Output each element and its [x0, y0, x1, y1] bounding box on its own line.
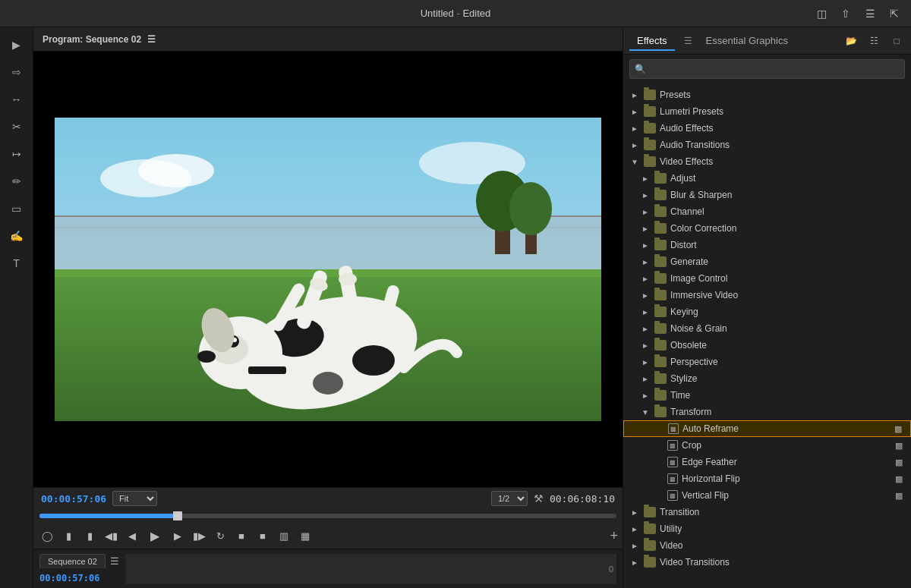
tree-item-stylize[interactable]: ► Stylize [623, 370, 911, 387]
add-button[interactable]: + [610, 528, 618, 544]
tree-item-perspective[interactable]: ► Perspective [623, 354, 911, 370]
chevron-right-icon: ► [629, 507, 640, 517]
fit-select[interactable]: Fit25%50%100% [112, 491, 157, 506]
tree-item-noise-grain[interactable]: ► Noise & Grain [623, 320, 911, 337]
tab-effects[interactable]: Effects [629, 32, 675, 51]
loop-button[interactable]: ↻ [211, 527, 229, 545]
tree-item-immersive-video[interactable]: ► Immersive Video [623, 287, 911, 303]
noise-grain-label: Noise & Grain [670, 323, 905, 334]
tree-item-time[interactable]: ► Time [623, 387, 911, 404]
fullscreen-icon[interactable]: ⇱ [887, 6, 902, 21]
multi-camera-button[interactable]: ▦ [296, 527, 314, 545]
tree-item-channel[interactable]: ► Channel [623, 203, 911, 220]
trim-in-button[interactable]: ■ [232, 527, 251, 545]
tree-item-adjust[interactable]: ► Adjust [623, 170, 911, 187]
effect-file-icon: ▩ [668, 423, 679, 434]
slip-tool[interactable]: ↦ [5, 143, 28, 165]
folder-icon [644, 156, 656, 167]
mark-out-button[interactable]: ▮ [59, 527, 77, 545]
type-tool[interactable]: T [5, 252, 28, 275]
tree-item-transition[interactable]: ► Transition [623, 504, 911, 520]
tab-essential-graphics[interactable]: Essential Graphics [698, 32, 796, 51]
rect-tool[interactable]: ▭ [5, 197, 28, 220]
tree-item-distort[interactable]: ► Distort [623, 237, 911, 253]
scrubber-handle[interactable] [173, 511, 182, 520]
forward-tool[interactable]: ⇨ [5, 61, 28, 83]
mark-in-button[interactable]: ◯ [38, 527, 56, 545]
tree-item-audio-transitions[interactable]: ► Audio Transitions [623, 137, 911, 153]
time-label: Time [670, 390, 905, 401]
pen-tool[interactable]: ✏ [5, 170, 28, 193]
wrench-icon[interactable]: ⚒ [534, 492, 544, 505]
chevron-right-icon: ► [640, 273, 651, 284]
tree-item-blur-sharpen[interactable]: ► Blur & Sharpen [623, 187, 911, 203]
effects-panel: Effects ☰ Essential Graphics 📂 ☷ □ 🔍 ► P… [623, 27, 911, 588]
chevron-right-icon: ► [629, 106, 640, 117]
tree-item-color-correction[interactable]: ► Color Correction [623, 220, 911, 237]
accelerate-badge-icon: ▩ [893, 489, 905, 502]
program-monitor: Program: Sequence 02 ☰ [33, 27, 623, 549]
tree-item-transform[interactable]: ▼ Transform [623, 404, 911, 420]
timeline-sequence-area[interactable]: 0 [125, 554, 616, 584]
tree-item-audio-effects[interactable]: ► Audio Effects [623, 120, 911, 137]
tree-item-generate[interactable]: ► Generate [623, 253, 911, 270]
camera-button[interactable]: ▥ [275, 527, 293, 545]
chevron-right-icon: ► [640, 323, 651, 334]
tree-item-vertical-flip[interactable]: ▩ Vertical Flip ▩ [623, 487, 911, 504]
quality-select[interactable]: Full1/21/4 [491, 491, 528, 506]
vertical-flip-label: Vertical Flip [682, 490, 893, 501]
effect-file-icon: ▩ [667, 440, 678, 451]
panel-icon-group: 📂 ☷ □ [843, 33, 905, 49]
ripple-tool[interactable]: ↔ [5, 88, 28, 111]
monitor-menu-icon[interactable]: ☰ [147, 34, 156, 45]
step-back-button[interactable]: ◀ [123, 527, 141, 545]
scrubber-row[interactable] [33, 509, 623, 523]
tree-item-video-effects[interactable]: ▼ Video Effects [623, 153, 911, 170]
panel-tabs: Effects ☰ Essential Graphics 📂 ☷ □ [623, 27, 911, 55]
hand-tool[interactable]: ✍ [5, 225, 28, 247]
play-button[interactable]: ▶ [144, 525, 165, 546]
scrubber-track[interactable] [39, 514, 616, 518]
trim-out-button[interactable]: ■ [254, 527, 272, 545]
sequence-tab[interactable]: Sequence 02 [39, 554, 106, 568]
chevron-right-icon: ► [640, 240, 651, 250]
tree-item-image-control[interactable]: ► Image Control [623, 270, 911, 287]
tree-item-keying[interactable]: ► Keying [623, 303, 911, 320]
timeline-menu-icon[interactable]: ☰ [110, 555, 119, 567]
tree-item-crop[interactable]: ▩ Crop ▩ [623, 437, 911, 454]
tree-item-auto-reframe[interactable]: ▩ Auto Reframe ▩ [623, 420, 911, 437]
tree-item-obsolete[interactable]: ► Obsolete [623, 337, 911, 354]
export-icon[interactable]: ⇧ [838, 6, 853, 21]
folder-icon [654, 357, 667, 367]
tree-item-video[interactable]: ► Video [623, 537, 911, 554]
search-input[interactable] [649, 64, 900, 74]
go-to-out-button[interactable]: ▮▶ [190, 527, 208, 545]
go-to-in-button[interactable]: ◀▮ [102, 527, 120, 545]
presets-label: Presets [660, 90, 905, 100]
obsolete-label: Obsolete [670, 340, 905, 351]
tree-item-edge-feather[interactable]: ▩ Edge Feather ▩ [623, 454, 911, 470]
effects-tab-menu[interactable]: ☰ [684, 36, 692, 46]
workspace-icon[interactable]: ◫ [814, 6, 829, 21]
title-bar: Untitled - Edited ◫ ⇧ ☰ ⇱ [0, 0, 911, 27]
tree-item-presets[interactable]: ► Presets [623, 86, 911, 103]
new-folder-icon[interactable]: 📂 [843, 33, 859, 49]
step-forward-button[interactable]: ▶ [169, 527, 187, 545]
accelerate-badge-icon: ▩ [893, 473, 905, 485]
settings-icon[interactable]: ☰ [862, 6, 878, 21]
folder-icon [644, 507, 656, 517]
razor-tool[interactable]: ✂ [5, 115, 28, 138]
tree-item-horizontal-flip[interactable]: ▩ Horizontal Flip ▩ [623, 470, 911, 487]
mark-clip-button[interactable]: ▮ [80, 527, 99, 545]
chevron-right-icon: ► [640, 390, 651, 401]
tree-item-lumetri-presets[interactable]: ► Lumetri Presets [623, 103, 911, 120]
select-tool[interactable]: ▶ [5, 33, 28, 56]
tree-item-video-transitions[interactable]: ► Video Transitions [623, 554, 911, 571]
stylize-label: Stylize [670, 373, 905, 384]
chevron-right-icon: ► [629, 557, 640, 568]
left-toolbar: ▶ ⇨ ↔ ✂ ↦ ✏ ▭ ✍ T [0, 27, 33, 588]
tree-item-utility[interactable]: ► Utility [623, 520, 911, 537]
playback-controls: ◯ ▮ ▮ ◀▮ ◀ ▶ ▶ ▮▶ ↻ ■ ■ ▥ ▦ + [33, 523, 623, 549]
accelerate-icon[interactable]: □ [888, 33, 905, 49]
list-icon[interactable]: ☷ [865, 33, 882, 49]
